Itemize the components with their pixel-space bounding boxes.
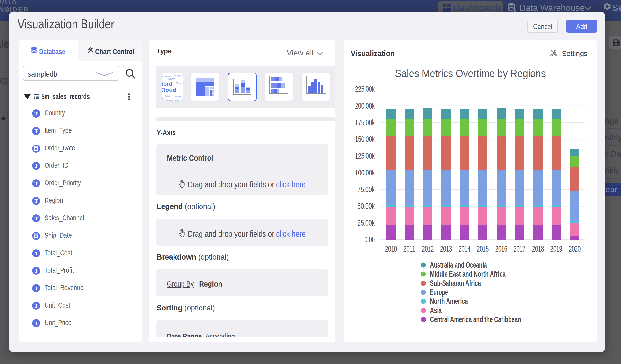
svg-text:175.00k: 175.00k [355, 118, 375, 127]
svg-text:Sub-Saharan Africa: Sub-Saharan Africa [430, 278, 481, 288]
svg-text:50.00k: 50.00k [358, 201, 375, 210]
svg-text:2014: 2014 [459, 244, 471, 253]
svg-text:Asia: Asia [430, 306, 442, 315]
svg-text:100.00k: 100.00k [355, 168, 375, 177]
svg-text:2019: 2019 [551, 244, 562, 253]
svg-text:Australia and Oceania: Australia and Oceania [430, 260, 487, 269]
svg-text:2017: 2017 [514, 244, 526, 253]
svg-text:2013: 2013 [440, 244, 452, 253]
svg-text:2012: 2012 [422, 244, 434, 253]
svg-text:125.00k: 125.00k [355, 151, 375, 160]
svg-text:2020: 2020 [569, 244, 581, 253]
svg-text:Europe: Europe [430, 288, 448, 297]
svg-text:75.00k: 75.00k [358, 185, 375, 194]
svg-text:150.00k: 150.00k [355, 135, 375, 144]
svg-text:Middle East and North Africa: Middle East and North Africa [430, 269, 506, 278]
svg-text:200.00k: 200.00k [355, 101, 375, 110]
svg-text:0.00: 0.00 [364, 235, 375, 244]
svg-text:25.00k: 25.00k [358, 218, 375, 227]
svg-text:2010: 2010 [385, 244, 397, 253]
svg-text:Sales Metrics Overtime by Regi: Sales Metrics Overtime by Regions [395, 67, 546, 80]
svg-text:North America: North America [430, 297, 468, 306]
svg-text:2011: 2011 [403, 244, 415, 253]
svg-text:2018: 2018 [532, 244, 544, 253]
svg-text:2015: 2015 [477, 244, 489, 253]
svg-text:2016: 2016 [495, 244, 507, 253]
svg-text:Central America and the Caribb: Central America and the Caribbean [430, 315, 521, 324]
svg-text:225.00k: 225.00k [355, 85, 375, 93]
